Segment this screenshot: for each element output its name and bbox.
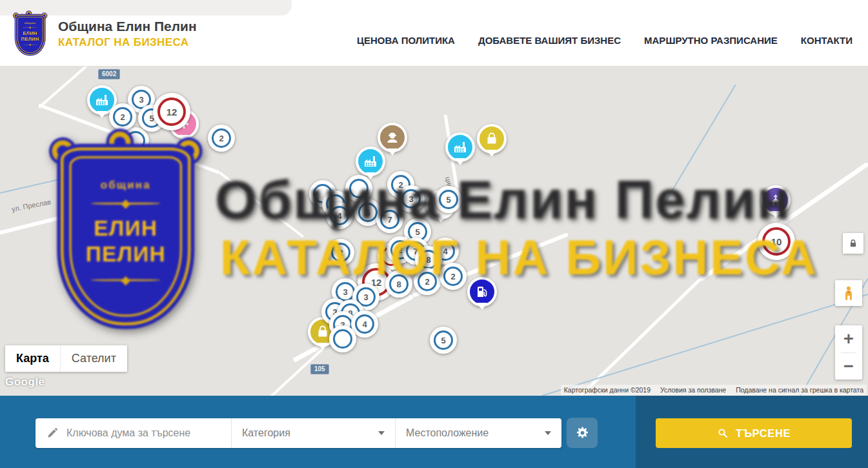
map-cluster-marker[interactable]	[345, 175, 372, 202]
map-canvas[interactable]: 6002105ул. Преславбул. „Новоселции 32512…	[0, 66, 868, 396]
cluster-count: 2	[418, 272, 437, 291]
nav-item-2[interactable]: ДОБАВЕТЕ ВАШИЯТ БИЗНЕС	[478, 35, 621, 46]
zoom-in-button[interactable]: +	[835, 326, 862, 352]
cluster-count: 2	[443, 267, 463, 286]
map-lock-button[interactable]	[843, 233, 863, 254]
road-line	[0, 187, 175, 236]
road-number-badge: 6002	[98, 69, 120, 79]
keyword-section	[35, 418, 231, 448]
map-cluster-marker[interactable]: 7	[376, 206, 403, 233]
cluster-count: 3	[401, 189, 421, 209]
bag-icon	[315, 324, 330, 340]
bag-pin-marker[interactable]	[477, 124, 507, 154]
map-cluster-marker[interactable]	[329, 325, 356, 352]
cluster-count: 2	[331, 243, 350, 262]
cluster-count	[333, 329, 352, 349]
brand-text: Община Елин Пелин КАТАЛОГ НА БИЗНЕСА	[58, 19, 197, 49]
street-name-label: ул. Преслав	[11, 198, 52, 213]
map-type-satellite-button[interactable]: Сателит	[60, 345, 127, 372]
site-title: Община Елин Пелин	[58, 19, 197, 34]
map-cluster-marker[interactable]: 2	[439, 263, 467, 290]
site-logo[interactable]: община ЕЛИНПЕЛИН	[14, 13, 50, 56]
watermark-title: Община Елин Пелин	[215, 168, 791, 231]
pegman-icon	[840, 285, 857, 301]
map-cluster-marker[interactable]: 3	[398, 185, 425, 212]
lock-icon	[847, 238, 859, 249]
fuel-icon	[474, 284, 490, 300]
gear-icon	[575, 425, 590, 440]
nav-item-3[interactable]: МАРШРУТНО РАЗПИСАНИЕ	[644, 35, 778, 46]
map-cluster-marker[interactable]: 2	[109, 103, 136, 130]
nav-item-1[interactable]: ЦЕНОВА ПОЛИТИКА	[357, 35, 455, 46]
map-attribution: Картографски данни ©2019Условия за ползв…	[561, 385, 867, 395]
map-cluster-marker[interactable]: 5	[430, 327, 457, 354]
cluster-count: 2	[113, 107, 132, 127]
search-icon	[717, 427, 729, 439]
river-line	[658, 84, 736, 214]
factory-icon	[94, 92, 110, 108]
google-logo[interactable]: Google	[5, 376, 45, 389]
map-cluster-marker[interactable]: 10	[758, 223, 795, 260]
attribution-item-2[interactable]: Условия за ползване	[660, 386, 726, 394]
cluster-count: 8	[419, 250, 438, 269]
crest-name: ЕЛИНПЕЛИН	[18, 30, 43, 42]
factory-icon	[363, 154, 378, 169]
site-header: община ЕЛИНПЕЛИН Община Елин Пелин КАТАЛ…	[0, 0, 868, 66]
attribution-item-1: Картографски данни ©2019	[564, 386, 651, 394]
cluster-count: 4	[355, 314, 374, 334]
keyword-input[interactable]	[66, 427, 221, 439]
chevron-down-icon	[378, 431, 385, 435]
worker-icon	[385, 130, 400, 145]
church-pin-marker[interactable]	[761, 185, 791, 215]
search-form: Категория Местоположение	[35, 418, 561, 448]
map-cluster-marker[interactable]: 2	[327, 239, 354, 266]
river-line	[542, 294, 868, 396]
factory-icon	[452, 139, 468, 155]
cluster-count: 7	[380, 210, 399, 229]
advanced-settings-button[interactable]	[567, 418, 598, 448]
zoom-out-button[interactable]: −	[835, 353, 862, 380]
church-icon	[768, 192, 783, 208]
municipality-crest-logo: община ЕЛИНПЕЛИН	[14, 13, 46, 55]
map-cluster-marker[interactable]: 4	[326, 202, 353, 229]
factory-pin-marker[interactable]	[445, 132, 475, 162]
worker-pin-marker[interactable]	[378, 123, 407, 152]
category-dropdown[interactable]: Категория	[231, 418, 395, 448]
crest-shield: община ЕЛИНПЕЛИН	[15, 15, 45, 55]
map-cluster-marker[interactable]: 8	[385, 270, 412, 298]
factory-pin-marker[interactable]	[356, 147, 385, 176]
category-label: Категория	[242, 427, 378, 439]
nav-item-4[interactable]: КОНТАКТИ	[801, 35, 853, 46]
map-cluster-marker[interactable]: 2	[208, 125, 235, 152]
search-button[interactable]: ТЪРСЕНЕ	[656, 418, 852, 448]
crest-word: община	[18, 22, 43, 25]
road-line	[38, 66, 92, 109]
cluster-count	[349, 179, 368, 198]
main-navigation: ЦЕНОВА ПОЛИТИКАДОБАВЕТЕ ВАШИЯТ БИЗНЕСМАР…	[357, 0, 853, 66]
cluster-count: 4	[330, 206, 349, 225]
map-cluster-marker[interactable]	[122, 127, 149, 154]
river-line	[0, 147, 197, 194]
road-line	[699, 162, 868, 282]
chevron-down-icon	[545, 431, 551, 435]
map-cluster-marker[interactable]: 12	[153, 93, 190, 130]
road-line	[219, 171, 304, 238]
location-label: Местоположение	[406, 427, 545, 439]
cluster-count: 12	[157, 97, 186, 126]
map-cluster-marker[interactable]: 2	[414, 268, 441, 295]
fuel-pin-marker[interactable]	[467, 277, 497, 307]
map-type-map-button[interactable]: Карта	[5, 345, 60, 372]
pencil-icon	[46, 427, 59, 440]
site-subtitle: КАТАЛОГ НА БИЗНЕСА	[58, 36, 197, 49]
crest-flourish	[23, 25, 38, 30]
map-type-control: Карта Сателит	[5, 345, 127, 372]
search-bar: Категория Местоположение ТЪРСЕНЕ	[0, 396, 868, 468]
crest-flourish	[23, 43, 38, 47]
street-view-pegman-button[interactable]	[835, 280, 862, 306]
map-cluster-marker[interactable]: 5	[435, 186, 462, 213]
watermark-crest: община ЕЛИНПЕЛИН	[55, 139, 197, 325]
location-dropdown[interactable]: Местоположение	[395, 418, 561, 448]
attribution-item-3[interactable]: Подаване на сигнал за грешка в картата	[736, 386, 863, 394]
cluster-count: 2	[212, 128, 231, 148]
road-number-badge: 105	[310, 364, 329, 374]
